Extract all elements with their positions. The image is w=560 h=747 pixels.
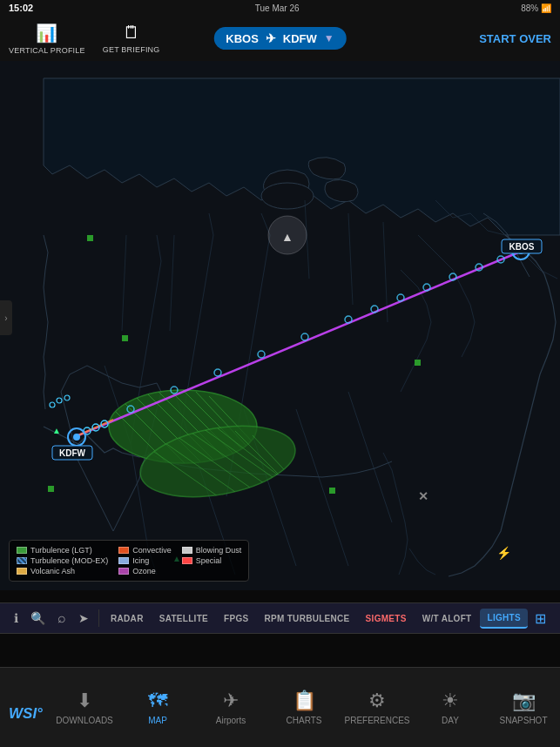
nav-charts-label: CHARTS [287, 716, 322, 725]
charts-icon: 📋 [293, 690, 316, 712]
map-icon: 🗺 [148, 690, 167, 712]
nav-airports[interactable]: ✈ Airports [194, 668, 267, 747]
vertical-profile-button[interactable]: 📊 VERTICAL PROFILE [9, 23, 85, 55]
legend-turbulence-mod: Turbulence (MOD-EX) [17, 556, 108, 565]
day-icon: ☀ [442, 690, 459, 712]
svg-text:▲: ▲ [52, 426, 61, 435]
route-selector[interactable]: KBOS ✈ KDFW ▼ [213, 27, 346, 50]
airports-icon: ✈ [223, 690, 239, 712]
origin-code: KBOS [226, 32, 259, 45]
downloads-icon: ⬇ [77, 690, 92, 712]
nav-map[interactable]: 🗺 MAP [121, 668, 194, 747]
wsi-logo: WSI° [9, 705, 43, 723]
map-area[interactable]: KDFW KBOS ▲ ✕ ⚡ ▲ ▲ Turbulence (LGT) [0, 45, 560, 590]
briefing-label: GET BRIEFING [103, 45, 160, 54]
snapshot-icon: 📷 [512, 690, 536, 712]
briefing-icon: 🗒 [123, 23, 140, 43]
satellite-layer[interactable]: SATELLITE [152, 609, 215, 628]
nav-day-label: DAY [442, 716, 459, 725]
legend-convective: Convective [118, 546, 172, 555]
map-svg: KDFW KBOS ▲ ✕ ⚡ ▲ ▲ [0, 45, 560, 590]
nav-snapshot[interactable]: 📷 SNAPSHOT [487, 668, 560, 747]
svg-text:KBOS: KBOS [509, 242, 535, 252]
svg-rect-57 [48, 486, 54, 492]
side-panel-toggle[interactable]: › [0, 300, 12, 335]
nav-airports-label: Airports [216, 716, 246, 725]
rpm-turbulence-layer[interactable]: RPM TURBULENCE [258, 609, 357, 628]
svg-rect-56 [415, 360, 421, 366]
vertical-profile-icon: 📊 [36, 23, 57, 44]
bottom-navigation: WSI° ⬇ DOWNLOADS 🗺 MAP ✈ Airports 📋 CHAR… [0, 667, 560, 747]
start-over-button[interactable]: START OVER [479, 32, 551, 45]
legend-turbulence-light: Turbulence (LGT) [17, 546, 108, 555]
get-briefing-button[interactable]: 🗒 GET BRIEFING [103, 23, 160, 54]
nav-downloads[interactable]: ⬇ DOWNLOADS [48, 668, 121, 747]
svg-text:✕: ✕ [418, 489, 428, 503]
legend-blowing-dust: Blowing Dust [182, 546, 242, 555]
map-legend: Turbulence (LGT) Convective Blowing Dust… [9, 540, 249, 582]
search-icon[interactable]: ⌕ [52, 606, 71, 630]
cursor-icon[interactable]: ➤ [73, 607, 94, 629]
sigmets-layer[interactable]: SIGMETS [359, 609, 414, 628]
route-chevron-icon: ▼ [324, 32, 334, 44]
svg-point-1 [261, 183, 314, 209]
layers-icon[interactable]: ⊞ [530, 606, 551, 631]
nav-map-label: MAP [148, 716, 167, 725]
status-date: Tue Mar 26 [255, 3, 300, 13]
flight-arrow-icon: ✈ [266, 31, 276, 45]
destination-code: KDFW [283, 32, 317, 45]
legend-icing: Icing [118, 556, 172, 565]
legend-ozone: Ozone [118, 567, 172, 575]
fpgs-layer[interactable]: FPGS [217, 609, 255, 628]
info-icon[interactable]: ℹ [9, 607, 24, 629]
nav-charts[interactable]: 📋 CHARTS [267, 668, 341, 747]
lights-layer[interactable]: LIGHTS [480, 609, 527, 629]
layer-bar: ℹ 🔍 ⌕ ➤ RADAR SATELLITE FPGS RPM TURBULE… [0, 602, 560, 634]
svg-rect-59 [87, 235, 93, 241]
svg-text:⚡: ⚡ [496, 546, 512, 561]
zoom-icon[interactable]: 🔍 [25, 607, 51, 629]
nav-snapshot-label: SNAPSHOT [499, 716, 547, 725]
wt-aloft-layer[interactable]: W/T ALOFT [415, 609, 479, 628]
svg-text:▲: ▲ [281, 230, 293, 244]
legend-volcanic: Volcanic Ash [17, 567, 108, 575]
svg-rect-58 [329, 488, 335, 494]
nav-downloads-label: DOWNLOADS [56, 716, 113, 725]
svg-point-46 [73, 434, 80, 441]
nav-preferences[interactable]: ⚙ PREFERENCES [341, 668, 414, 747]
legend-special: Special [182, 556, 242, 565]
vertical-profile-label: VERTICAL PROFILE [9, 46, 85, 55]
status-battery: 88% 📶 [521, 3, 551, 13]
radar-layer[interactable]: RADAR [104, 609, 151, 628]
svg-rect-55 [122, 335, 128, 341]
preferences-icon: ⚙ [368, 690, 386, 712]
svg-text:KDFW: KDFW [59, 448, 86, 458]
status-time: 15:02 [9, 3, 33, 13]
nav-day[interactable]: ☀ DAY [414, 668, 487, 747]
nav-preferences-label: PREFERENCES [344, 716, 409, 725]
